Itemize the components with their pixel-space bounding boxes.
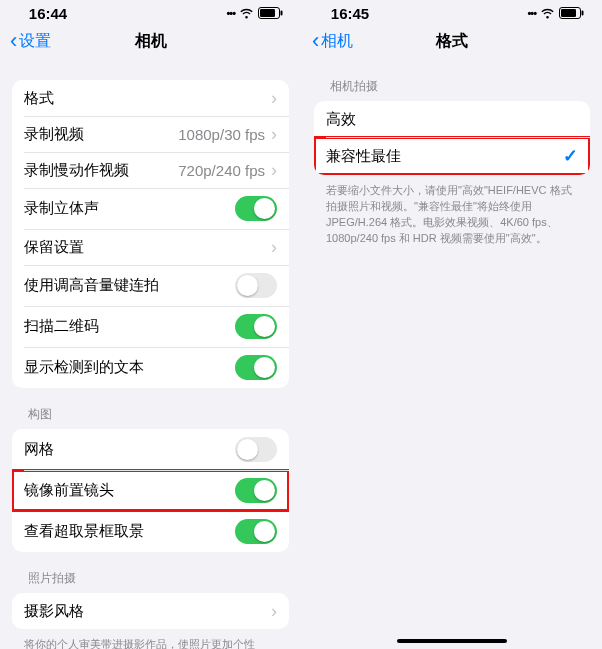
toggle-switch[interactable] [235, 273, 277, 298]
row-label: 录制视频 [24, 125, 84, 144]
home-indicator[interactable] [397, 639, 507, 643]
settings-group-photo: 摄影风格› [12, 593, 289, 629]
status-indicators: ••• [226, 7, 283, 19]
row-label: 录制立体声 [24, 199, 99, 218]
toggle-knob [254, 198, 275, 219]
svg-rect-1 [260, 9, 275, 17]
settings-row[interactable]: 保留设置› [12, 229, 289, 265]
back-label: 设置 [19, 31, 51, 52]
settings-row[interactable]: 查看超取景框取景 [12, 511, 289, 552]
row-detail: 720p/240 fps [178, 162, 265, 179]
cellular-icon: ••• [527, 7, 536, 19]
settings-row[interactable]: 高效 [314, 101, 590, 137]
status-time: 16:45 [320, 5, 380, 22]
nav-bar: ‹ 设置 相机 [0, 22, 301, 60]
row-label: 显示检测到的文本 [24, 358, 144, 377]
row-label: 查看超取景框取景 [24, 522, 144, 541]
status-time: 16:44 [18, 5, 78, 22]
section-header-photo: 照片拍摄 [0, 552, 301, 593]
settings-row[interactable]: 录制视频1080p/30 fps› [12, 116, 289, 152]
status-bar: 16:44 ••• [0, 0, 301, 22]
toggle-switch[interactable] [235, 196, 277, 221]
formats-screen: 16:45 ••• ‹ 相机 格式 相机拍摄 高效兼容性最佳✓ 若要缩小文件大小… [301, 0, 602, 649]
toggle-knob [237, 439, 258, 460]
settings-row[interactable]: 使用调高音量键连拍 [12, 265, 289, 306]
row-label: 录制慢动作视频 [24, 161, 129, 180]
toggle-knob [237, 275, 258, 296]
row-label: 镜像前置镜头 [24, 481, 114, 500]
wifi-icon [540, 8, 555, 19]
toggle-switch[interactable] [235, 437, 277, 462]
toggle-knob [254, 521, 275, 542]
footer-text-format: 若要缩小文件大小，请使用"高效"HEIF/HEVC 格式拍摄照片和视频。"兼容性… [302, 175, 602, 247]
toggle-knob [254, 357, 275, 378]
wifi-icon [239, 8, 254, 19]
chevron-right-icon: › [271, 602, 277, 620]
settings-row[interactable]: 兼容性最佳✓ [314, 137, 590, 175]
settings-group-composition: 网格镜像前置镜头查看超取景框取景 [12, 429, 289, 552]
status-bar: 16:45 ••• [302, 0, 602, 22]
chevron-right-icon: › [271, 125, 277, 143]
row-label: 格式 [24, 89, 54, 108]
toggle-switch[interactable] [235, 478, 277, 503]
row-label: 保留设置 [24, 238, 84, 257]
chevron-right-icon: › [271, 89, 277, 107]
toggle-knob [254, 480, 275, 501]
chevron-right-icon: › [271, 161, 277, 179]
chevron-right-icon: › [271, 238, 277, 256]
row-label: 扫描二维码 [24, 317, 99, 336]
settings-row[interactable]: 摄影风格› [12, 593, 289, 629]
chevron-left-icon: ‹ [312, 30, 319, 52]
settings-row[interactable]: 显示检测到的文本 [12, 347, 289, 388]
row-detail: 1080p/30 fps [178, 126, 265, 143]
row-label: 兼容性最佳 [326, 147, 401, 166]
nav-bar: ‹ 相机 格式 [302, 22, 602, 60]
settings-group-format: 高效兼容性最佳✓ [314, 101, 590, 175]
back-button[interactable]: ‹ 设置 [10, 30, 51, 52]
svg-rect-2 [281, 11, 283, 16]
cellular-icon: ••• [226, 7, 235, 19]
row-label: 高效 [326, 110, 356, 129]
toggle-knob [254, 316, 275, 337]
chevron-left-icon: ‹ [10, 30, 17, 52]
settings-group-main: 格式›录制视频1080p/30 fps›录制慢动作视频720p/240 fps›… [12, 80, 289, 388]
section-header-capture: 相机拍摄 [302, 60, 602, 101]
footer-text-photo: 将你的个人审美带进摄影作品，使照片更加个性化。"摄影风格"使用先进的场景理解技术… [0, 629, 301, 649]
checkmark-icon: ✓ [563, 145, 578, 167]
settings-row[interactable]: 格式› [12, 80, 289, 116]
settings-row[interactable]: 扫描二维码 [12, 306, 289, 347]
section-header-composition: 构图 [0, 388, 301, 429]
settings-row[interactable]: 录制慢动作视频720p/240 fps› [12, 152, 289, 188]
back-button[interactable]: ‹ 相机 [312, 30, 353, 52]
svg-rect-4 [561, 9, 576, 17]
row-label: 摄影风格 [24, 602, 84, 621]
back-label: 相机 [321, 31, 353, 52]
status-indicators: ••• [527, 7, 584, 19]
battery-icon [258, 7, 283, 19]
camera-settings-screen: 16:44 ••• ‹ 设置 相机 格式›录制视频1080p/30 fps›录制… [0, 0, 301, 649]
toggle-switch[interactable] [235, 519, 277, 544]
row-label: 网格 [24, 440, 54, 459]
toggle-switch[interactable] [235, 355, 277, 380]
battery-icon [559, 7, 584, 19]
row-label: 使用调高音量键连拍 [24, 276, 159, 295]
settings-row[interactable]: 镜像前置镜头 [12, 470, 289, 511]
svg-rect-5 [582, 11, 584, 16]
settings-row[interactable]: 录制立体声 [12, 188, 289, 229]
toggle-switch[interactable] [235, 314, 277, 339]
settings-row[interactable]: 网格 [12, 429, 289, 470]
